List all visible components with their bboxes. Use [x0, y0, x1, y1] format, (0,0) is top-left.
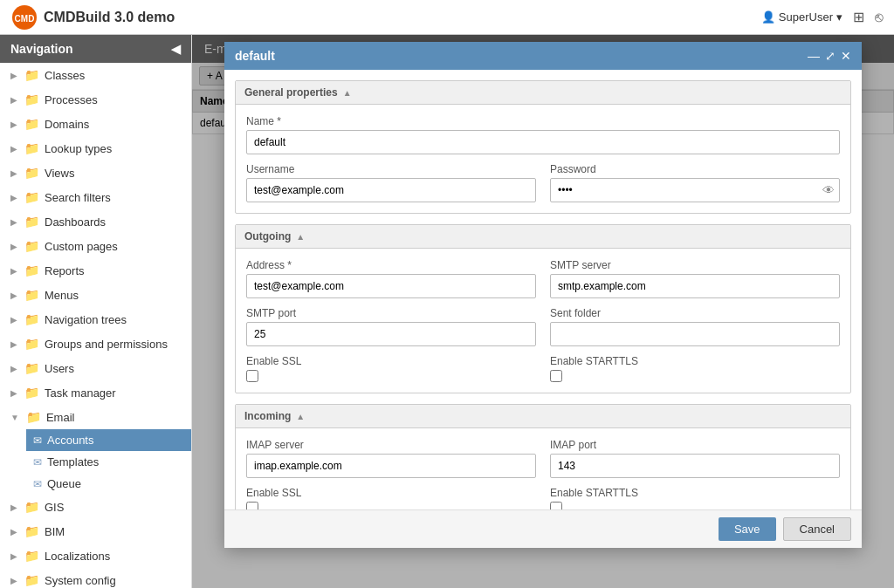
sidebar-item-label: Views [45, 167, 74, 180]
sidebar-item-navigation-trees[interactable]: ▶ 📁 Navigation trees [0, 307, 191, 332]
sidebar-item-queue[interactable]: ✉ Queue [26, 473, 191, 495]
enable-starttls-checkbox[interactable] [550, 370, 562, 382]
email-icon: ✉ [33, 456, 42, 468]
sidebar-item-label: Users [45, 362, 74, 375]
incoming-enable-ssl-checkbox[interactable] [246, 502, 258, 509]
expand-icon: ▶ [10, 576, 17, 585]
sidebar-item-label: Email [46, 411, 75, 424]
address-input[interactable] [246, 274, 536, 298]
modal-close-btn[interactable]: ✕ [841, 50, 851, 62]
enable-ssl-checkbox[interactable] [246, 370, 258, 382]
sidebar-item-label: Navigation trees [45, 313, 127, 326]
outgoing-section: Outgoing ▲ Address * SMTP server [235, 224, 851, 393]
main-layout: Navigation ◀ ▶ 📁 Classes ▶ 📁 Processes ▶… [0, 35, 894, 588]
imap-server-input[interactable] [246, 454, 536, 478]
password-input[interactable] [550, 178, 840, 202]
sidebar: Navigation ◀ ▶ 📁 Classes ▶ 📁 Processes ▶… [0, 35, 192, 588]
user-menu[interactable]: 👤 SuperUser ▾ [761, 10, 842, 24]
save-button[interactable]: Save [719, 517, 776, 541]
incoming-enable-starttls-field: Enable STARTTLS [550, 487, 840, 509]
user-label: SuperUser [779, 10, 833, 24]
email-sub-items: ✉ Accounts ✉ Templates ✉ Queue [0, 429, 191, 495]
incoming-enable-starttls-checkbox[interactable] [550, 502, 562, 509]
sidebar-collapse-btn[interactable]: ◀ [171, 42, 181, 56]
smtp-server-input[interactable] [550, 274, 840, 298]
svg-text:CMD: CMD [15, 14, 35, 24]
sent-folder-input[interactable] [550, 322, 840, 346]
cancel-button[interactable]: Cancel [783, 517, 851, 541]
incoming-form-grid: IMAP server IMAP port Enable [236, 428, 850, 509]
sidebar-item-accounts[interactable]: ✉ Accounts [26, 429, 191, 451]
logout-icon[interactable]: ⎋ [875, 10, 884, 25]
folder-icon: 📁 [24, 215, 39, 229]
expand-icon: ▶ [10, 339, 17, 349]
sidebar-sub-item-label: Accounts [47, 434, 93, 447]
topbar-right: 👤 SuperUser ▾ ⊞ ⎋ [761, 9, 884, 25]
imap-server-field: IMAP server [246, 439, 536, 478]
sidebar-item-templates[interactable]: ✉ Templates [26, 451, 191, 473]
sidebar-item-groups-permissions[interactable]: ▶ 📁 Groups and permissions [0, 332, 191, 356]
folder-icon: 📁 [24, 361, 39, 375]
grid-icon[interactable]: ⊞ [853, 9, 864, 25]
expand-icon: ▶ [10, 388, 17, 398]
address-smtp-row: Address * SMTP server [246, 259, 840, 298]
sidebar-item-label: Domains [45, 118, 89, 131]
folder-icon: 📁 [24, 239, 39, 253]
sidebar-item-users[interactable]: ▶ 📁 Users [0, 356, 191, 380]
sidebar-item-label: Processes [45, 93, 98, 106]
sidebar-item-system-config[interactable]: ▶ 📁 System config [0, 568, 191, 588]
username-input[interactable] [246, 178, 536, 202]
expand-icon: ▶ [10, 95, 17, 105]
sidebar-item-localizations[interactable]: ▶ 📁 Localizations [0, 544, 191, 568]
sidebar-item-bim[interactable]: ▶ 📁 BIM [0, 519, 191, 544]
outgoing-toggle-icon[interactable]: ▲ [296, 232, 305, 242]
folder-icon: 📁 [24, 524, 39, 538]
sidebar-item-processes[interactable]: ▶ 📁 Processes [0, 87, 191, 112]
sidebar-item-views[interactable]: ▶ 📁 Views [0, 161, 191, 185]
incoming-toggle-icon[interactable]: ▲ [296, 412, 305, 421]
email-icon: ✉ [33, 434, 42, 447]
folder-icon: 📁 [24, 92, 39, 106]
imap-port-field: IMAP port [550, 439, 840, 478]
sidebar-item-reports[interactable]: ▶ 📁 Reports [0, 258, 191, 283]
sidebar-item-search-filters[interactable]: ▶ 📁 Search filters [0, 185, 191, 209]
smtp-port-input[interactable] [246, 322, 536, 346]
incoming-enable-ssl-label: Enable SSL [246, 487, 536, 499]
smtp-server-label: SMTP server [550, 259, 840, 271]
expand-icon: ▶ [10, 120, 17, 129]
sidebar-item-email[interactable]: ▼ 📁 Email [0, 405, 191, 429]
expand-icon: ▶ [10, 266, 17, 276]
expand-icon: ▶ [10, 144, 17, 154]
incoming-enable-starttls-label: Enable STARTTLS [550, 487, 840, 499]
sidebar-item-task-manager[interactable]: ▶ 📁 Task manager [0, 380, 191, 405]
expand-icon: ▶ [10, 193, 17, 202]
modal-maximize-btn[interactable]: ⤢ [825, 50, 836, 62]
sidebar-item-domains[interactable]: ▶ 📁 Domains [0, 112, 191, 136]
modal-minimize-btn[interactable]: — [808, 50, 820, 62]
folder-icon: 📁 [24, 141, 39, 155]
content-area: E-mail - Accounts + A — Name default [192, 35, 894, 588]
imap-port-label: IMAP port [550, 439, 840, 451]
sidebar-item-custom-pages[interactable]: ▶ 📁 Custom pages [0, 234, 191, 258]
sidebar-item-label: System config [45, 574, 116, 587]
password-eye-icon[interactable]: 👁 [822, 183, 835, 197]
sidebar-item-classes[interactable]: ▶ 📁 Classes [0, 63, 191, 87]
sidebar-item-label: Classes [45, 69, 85, 82]
sidebar-item-menus[interactable]: ▶ 📁 Menus [0, 283, 191, 307]
name-input[interactable] [246, 130, 840, 154]
imap-port-input[interactable] [550, 454, 840, 478]
modal-controls: — ⤢ ✕ [808, 50, 851, 62]
folder-icon: 📁 [26, 410, 41, 424]
modal-overlay: default — ⤢ ✕ General properties ▲ [192, 35, 894, 588]
outgoing-section-header: Outgoing ▲ [236, 225, 850, 249]
expand-icon: ▶ [10, 168, 17, 178]
modal-footer: Save Cancel [224, 509, 862, 548]
sidebar-item-gis[interactable]: ▶ 📁 GIS [0, 495, 191, 519]
sidebar-item-label: Reports [45, 264, 85, 277]
enable-ssl-label: Enable SSL [246, 355, 536, 367]
modal-titlebar: default — ⤢ ✕ [224, 42, 862, 70]
sidebar-item-lookup-types[interactable]: ▶ 📁 Lookup types [0, 136, 191, 161]
section-toggle-icon[interactable]: ▲ [343, 88, 352, 98]
sidebar-item-dashboards[interactable]: ▶ 📁 Dashboards [0, 209, 191, 234]
folder-icon: 📁 [24, 337, 39, 351]
